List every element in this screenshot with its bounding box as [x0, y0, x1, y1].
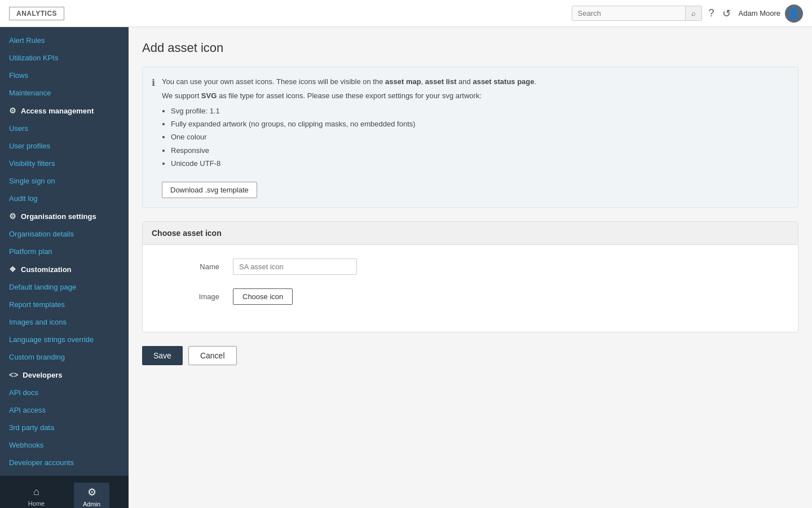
customization-icon: ❖	[9, 265, 16, 274]
main-layout: Alert Rules Utilization KPIs Flows Maint…	[0, 27, 812, 508]
info-line-2: We support SVG as file type for asset ic…	[162, 90, 536, 102]
search-button[interactable]: ⌕	[685, 6, 701, 20]
refresh-icon[interactable]: ↺	[722, 7, 731, 20]
avatar-icon: 👤	[788, 8, 800, 19]
info-bullet-list: Svg profile: 1.1 Fully expanded artwork …	[171, 104, 536, 170]
choose-icon-button[interactable]: Choose icon	[233, 288, 293, 305]
section-organisation-settings-label: Organisation settings	[21, 212, 96, 221]
image-label: Image	[152, 292, 219, 301]
bullet-svg-profile: Svg profile: 1.1	[171, 104, 536, 117]
download-svg-template-button[interactable]: Download .svg template	[162, 182, 257, 198]
analytics-tab[interactable]: ANALYTICS	[9, 7, 64, 20]
developers-icon: <>	[9, 370, 18, 379]
sidebar-item-3rd-party-data[interactable]: 3rd party data	[0, 419, 129, 436]
form-card-header: Choose asset icon	[143, 222, 798, 245]
admin-icon: ⚙	[87, 486, 96, 498]
admin-label: Admin	[83, 501, 100, 507]
name-label: Name	[152, 262, 219, 271]
info-line-1: You can use your own asset icons. These …	[162, 76, 536, 88]
save-button[interactable]: Save	[142, 346, 183, 365]
sidebar-item-webhooks[interactable]: Webhooks	[0, 436, 129, 454]
sidebar-footer: ⌂ Home ⚙ Admin Powered by ⚡ sensolus	[0, 476, 129, 508]
home-label: Home	[28, 500, 45, 507]
form-card-body: Name Image Choose icon	[143, 245, 798, 332]
sidebar-item-images-and-icons[interactable]: Images and icons	[0, 313, 129, 331]
sidebar-admin-button[interactable]: ⚙ Admin	[74, 483, 109, 508]
sidebar-item-maintenance[interactable]: Maintenance	[0, 84, 129, 102]
help-icon[interactable]: ?	[709, 7, 714, 19]
image-row: Image Choose icon	[152, 288, 789, 305]
sidebar-item-language-strings-override[interactable]: Language strings override	[0, 331, 129, 348]
search-input[interactable]	[572, 6, 685, 20]
bullet-responsive: Responsive	[171, 144, 536, 157]
username-label: Adam Moore	[739, 9, 780, 17]
bold-svg: SVG	[201, 91, 217, 100]
cancel-button[interactable]: Cancel	[188, 346, 237, 365]
home-icon: ⌂	[33, 486, 39, 498]
sidebar-item-api-docs[interactable]: API docs	[0, 384, 129, 401]
sidebar-item-developer-accounts[interactable]: Developer accounts	[0, 454, 129, 471]
page-title: Add asset icon	[142, 41, 798, 55]
bullet-unicode: Unicode UTF-8	[171, 157, 536, 170]
avatar: 👤	[785, 5, 803, 23]
bold-asset-map: asset map	[385, 77, 421, 86]
info-box: ℹ You can use your own asset icons. Thes…	[142, 67, 798, 208]
sidebar-home-button[interactable]: ⌂ Home	[19, 483, 54, 508]
sidebar-item-default-landing-page[interactable]: Default landing page	[0, 278, 129, 296]
section-access-management: ⚙ Access management	[0, 102, 129, 120]
sidebar-nav: Alert Rules Utilization KPIs Flows Maint…	[0, 27, 129, 476]
form-card: Choose asset icon Name Image Choose icon	[142, 221, 798, 332]
app-header: ANALYTICS ⌕ ? ↺ Adam Moore 👤	[0, 0, 812, 27]
section-developers-label: Developers	[23, 371, 62, 379]
user-menu[interactable]: Adam Moore 👤	[739, 5, 803, 23]
bold-asset-status: asset status page	[473, 77, 534, 86]
sidebar-item-flows[interactable]: Flows	[0, 67, 129, 84]
name-input[interactable]	[233, 259, 357, 275]
sidebar-footer-nav: ⌂ Home ⚙ Admin	[9, 483, 120, 508]
sidebar-item-visibility-filters[interactable]: Visibility filters	[0, 155, 129, 172]
sidebar-item-alert-rules[interactable]: Alert Rules	[0, 32, 129, 49]
action-buttons: Save Cancel	[142, 346, 798, 365]
bold-asset-list: asset list	[425, 77, 457, 86]
sidebar: Alert Rules Utilization KPIs Flows Maint…	[0, 27, 129, 508]
sidebar-item-custom-branding[interactable]: Custom branding	[0, 348, 129, 366]
info-icon: ℹ	[152, 77, 155, 198]
sidebar-item-utilization-kpis[interactable]: Utilization KPIs	[0, 49, 129, 67]
section-organisation-settings: ⚙ Organisation settings	[0, 207, 129, 225]
header-icons: ? ↺ Adam Moore 👤	[709, 5, 803, 23]
search-icon: ⌕	[691, 9, 696, 17]
info-content: You can use your own asset icons. These …	[162, 76, 536, 198]
bullet-expanded: Fully expanded artwork (no groups, no cl…	[171, 117, 536, 130]
bullet-colour: One colour	[171, 130, 536, 143]
name-row: Name	[152, 259, 789, 275]
sidebar-item-platform-plan[interactable]: Platform plan	[0, 243, 129, 260]
sidebar-item-audit-log[interactable]: Audit log	[0, 190, 129, 207]
sidebar-item-single-sign-on[interactable]: Single sign on	[0, 172, 129, 190]
section-developers: <> Developers	[0, 366, 129, 384]
section-customization-label: Customization	[21, 265, 72, 274]
access-management-icon: ⚙	[9, 106, 16, 115]
main-content: Add asset icon ℹ You can use your own as…	[129, 27, 812, 508]
sidebar-item-report-templates[interactable]: Report templates	[0, 296, 129, 313]
section-customization: ❖ Customization	[0, 260, 129, 278]
sidebar-item-organisation-details[interactable]: Organisation details	[0, 225, 129, 243]
search-bar: ⌕	[572, 6, 702, 21]
section-access-management-label: Access management	[21, 107, 94, 115]
organisation-settings-icon: ⚙	[9, 212, 16, 221]
sidebar-item-users[interactable]: Users	[0, 120, 129, 137]
sidebar-item-api-access[interactable]: API access	[0, 401, 129, 419]
sidebar-item-user-profiles[interactable]: User profiles	[0, 137, 129, 155]
